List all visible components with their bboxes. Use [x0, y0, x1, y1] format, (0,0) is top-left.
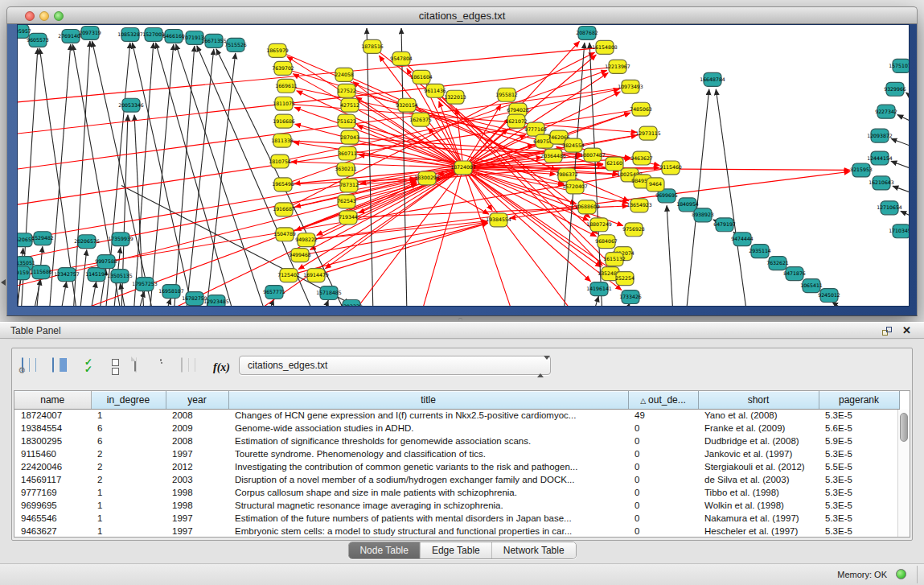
graph-node[interactable]: 252254 [615, 272, 634, 286]
graph-node[interactable]: 16648784 [700, 72, 725, 86]
graph-node[interactable]: 1811338 [271, 134, 294, 147]
scrollbar-thumb[interactable] [900, 413, 908, 442]
graph-node[interactable]: 16671355 [201, 34, 227, 47]
table-row[interactable]: 1830029562008Estimation of significance … [14, 435, 899, 447]
graph-node[interactable]: 9464 [647, 178, 664, 192]
graph-node[interactable]: 1504789 [273, 228, 296, 241]
graph-node[interactable]: 9329966 [884, 82, 906, 96]
graph-node[interactable]: 20053346 [118, 98, 144, 112]
graph-node[interactable]: 9463627 [630, 151, 653, 165]
graph-node[interactable]: 12444154 [867, 151, 893, 165]
graph-node[interactable]: 12710654 [877, 201, 902, 215]
graph-node[interactable]: 16958107 [158, 285, 184, 299]
table-row[interactable]: 946362711997Embryonic stem cells: a mode… [14, 525, 899, 538]
graph-node[interactable]: 1811075 [273, 97, 295, 110]
column-header-in_degree[interactable]: in_degree [91, 391, 166, 409]
graph-node[interactable]: 12213967 [605, 60, 630, 73]
graph-node[interactable]: 1529482 [31, 232, 54, 245]
column-header-year[interactable]: year [166, 391, 228, 409]
graph-node[interactable]: 13654923 [626, 199, 652, 212]
graph-node[interactable]: 719344 [339, 211, 358, 225]
graph-node[interactable]: 10973493 [618, 80, 643, 93]
graph-node[interactable]: 12973115 [635, 126, 661, 140]
graph-node[interactable]: 10853287 [117, 27, 143, 41]
graph-node[interactable]: 9547804 [390, 51, 413, 65]
memory-status-indicator[interactable] [896, 569, 906, 579]
graph-node[interactable]: 1865979 [266, 43, 289, 57]
graph-node[interactable]: 127522 [337, 84, 356, 97]
window-titlebar[interactable]: citations_edges.txt [6, 6, 918, 24]
graph-node[interactable]: 751623 [337, 114, 356, 128]
graph-node[interactable]: 15751074 [889, 59, 909, 72]
table-row[interactable]: 969969511998Structural magnetic resonanc… [14, 499, 899, 512]
collapse-arrow-icon[interactable] [1, 279, 6, 286]
column-header-name[interactable]: name [14, 391, 91, 409]
graph-node[interactable]: 9611436 [424, 84, 446, 97]
graph-node[interactable]: 1878516 [361, 39, 384, 53]
graph-node[interactable]: 20364486 [540, 149, 566, 163]
graph-node[interactable]: 20206576 [74, 235, 100, 249]
graph-node[interactable]: 9657771 [263, 286, 285, 299]
graph-node[interactable]: 1955812 [495, 88, 518, 101]
graph-node[interactable]: 1615132 [603, 253, 626, 266]
graph-node[interactable]: 14196141 [586, 282, 612, 296]
tab-network-table[interactable]: Network Table [491, 542, 576, 558]
column-header-title[interactable]: title [228, 391, 628, 409]
graph-node[interactable]: 7485063 [630, 102, 652, 116]
graph-node[interactable]: 1292339 [340, 300, 363, 306]
graph-node[interactable]: 2087682 [576, 26, 598, 39]
tab-edge-table[interactable]: Edge Table [420, 542, 491, 558]
graph-node[interactable]: 9605573 [27, 33, 49, 47]
table-row[interactable]: 1938455462009Genome-wide association stu… [14, 422, 899, 435]
select-attributes-icon[interactable]: ✓✓ [84, 359, 92, 373]
graph-node[interactable]: 2935114 [749, 245, 771, 258]
graph-node[interactable]: 8215953 [850, 163, 873, 177]
graph-node[interactable]: 7632621 [766, 257, 789, 270]
graph-node[interactable]: 762543 [337, 195, 356, 208]
graph-node[interactable]: 7125402 [277, 269, 300, 282]
graph-node[interactable]: 8938923 [692, 208, 714, 222]
network-graph[interactable]: 1872400719384554183002959605573276914062… [18, 25, 909, 306]
graph-node[interactable]: 10688609 [574, 200, 600, 214]
graph-node[interactable]: 7639702 [272, 61, 294, 75]
table-row[interactable]: 2242004622012Investigating the contribut… [14, 460, 899, 473]
column-header-pagerank[interactable]: pagerank [819, 391, 899, 409]
graph-node[interactable]: 1115686 [30, 266, 52, 279]
graph-node[interactable]: 1626375 [409, 113, 432, 126]
table-settings-icon[interactable]: ⚙ [22, 358, 23, 373]
graph-node[interactable]: 8471876 [783, 267, 806, 281]
table-scrollbar[interactable] [897, 410, 910, 537]
float-panel-icon[interactable] [882, 327, 892, 336]
table-row[interactable]: 911546021997Tourette syndrome. Phenomeno… [14, 447, 899, 460]
graph-node[interactable]: 10807487 [580, 148, 606, 162]
graph-node[interactable]: 3824554 [562, 138, 585, 152]
graph-node[interactable]: 6479197 [713, 218, 736, 232]
row-height-icon[interactable] [112, 359, 119, 375]
graph-node[interactable]: 224058 [335, 68, 354, 81]
graph-node[interactable]: 1527003 [142, 27, 165, 41]
show-columns-icon[interactable] [52, 358, 54, 373]
graph-node[interactable]: 62160 [606, 157, 623, 171]
tab-node-table[interactable]: Node Table [348, 542, 420, 558]
graph-node[interactable]: 9227342 [875, 105, 897, 118]
graph-node[interactable]: 360711 [338, 146, 357, 160]
graph-node[interactable]: 1916686 [273, 114, 295, 128]
graph-node[interactable]: 787312 [339, 179, 359, 192]
graph-node[interactable]: 9756928 [622, 223, 645, 237]
graph-node[interactable]: 13505135 [107, 270, 133, 283]
graph-node[interactable]: 9320154 [396, 98, 418, 112]
table-row[interactable]: 977716911998Corpus callosum shape and si… [14, 486, 899, 499]
graph-node[interactable]: 9245012 [818, 289, 840, 303]
table-row[interactable]: 946554611997Estimation of the future num… [14, 512, 899, 525]
graph-node[interactable]: 9498222 [295, 233, 318, 247]
graph-node[interactable]: 9684067 [595, 235, 618, 249]
graph-node[interactable]: 1322013 [444, 90, 466, 104]
column-header-out_de[interactable]: △out_de... [628, 391, 698, 409]
graph-node[interactable]: 7515526 [224, 38, 247, 51]
network-canvas[interactable]: 1872400719384554183002959605573276914062… [17, 24, 910, 307]
graph-node[interactable]: 12923485 [203, 295, 229, 306]
graph-node[interactable]: 1145194 [85, 268, 108, 282]
table-row[interactable]: 1456911722003Disruption of a novel membe… [14, 473, 899, 486]
graph-node[interactable]: 39159 [18, 266, 30, 280]
graph-node[interactable]: 1916687 [273, 203, 295, 216]
